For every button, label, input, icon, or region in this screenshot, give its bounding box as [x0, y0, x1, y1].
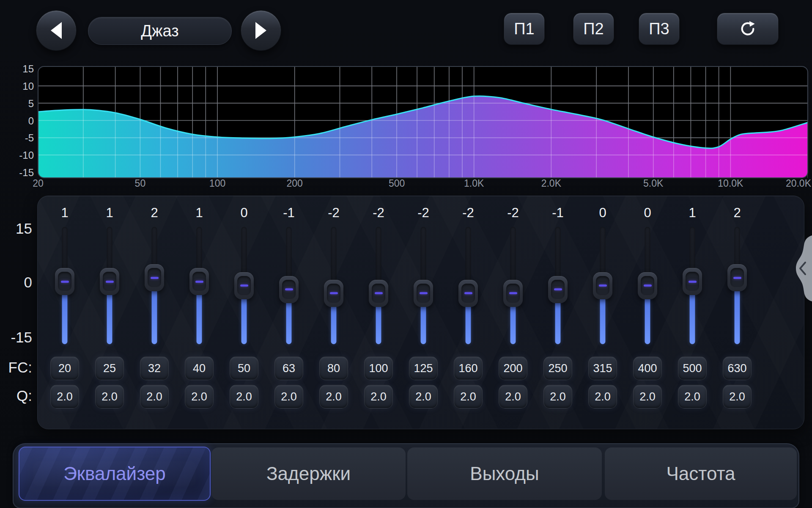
preset-prev-button[interactable] [36, 10, 77, 51]
slider-handle[interactable] [503, 280, 523, 307]
band-q-value[interactable]: 2.0 [50, 385, 79, 409]
reset-button[interactable] [717, 13, 779, 45]
band-q-value[interactable]: 2.0 [95, 385, 124, 409]
eq-band: -1 250 2.0 [535, 196, 580, 429]
slider-handle[interactable] [638, 272, 657, 299]
gain-scale-max-label: 15 [1, 221, 32, 237]
slider-handle-mark [554, 288, 562, 290]
band-fc-value[interactable]: 25 [95, 356, 124, 380]
preset-next-button[interactable] [241, 10, 281, 51]
eq-band: 1 20 2.0 [42, 196, 87, 429]
band-q-value[interactable]: 2.0 [633, 385, 662, 409]
band-fc-value[interactable]: 160 [454, 356, 483, 380]
svg-text:50: 50 [135, 178, 146, 189]
slider-handle[interactable] [100, 268, 119, 295]
slider-handle[interactable] [55, 268, 74, 295]
slider-handle[interactable] [234, 272, 254, 299]
svg-text:-10: -10 [19, 149, 34, 161]
svg-text:500: 500 [389, 178, 405, 189]
tab-frequency[interactable]: Частота [605, 447, 797, 500]
band-q-value[interactable]: 2.0 [140, 385, 169, 409]
band-q-value[interactable]: 2.0 [409, 385, 438, 409]
slider-handle-mark [285, 288, 293, 290]
band-fc-value[interactable]: 100 [364, 356, 393, 380]
svg-text:200: 200 [286, 178, 302, 189]
triangle-right-icon [255, 21, 267, 40]
eq-band: -1 63 2.0 [266, 196, 311, 429]
fc-row-label: FC: [1, 359, 32, 375]
band-fc-value[interactable]: 32 [140, 356, 169, 380]
preset-name: Джаз [141, 22, 178, 40]
tab-outputs[interactable]: Выходы [407, 447, 602, 500]
tab-equalizer[interactable]: Эквалайзер [19, 447, 211, 501]
band-q-value[interactable]: 2.0 [543, 385, 572, 409]
band-fc-value[interactable]: 50 [230, 356, 258, 380]
band-q-value[interactable]: 2.0 [319, 385, 348, 409]
slider-fill [555, 301, 561, 344]
eq-band: -2 125 2.0 [401, 196, 446, 429]
eq-band: 1 500 2.0 [670, 196, 715, 429]
slider-handle-inner [551, 280, 565, 299]
slider-handle[interactable] [727, 264, 747, 291]
preset-selector[interactable]: Джаз [88, 17, 232, 45]
slider-handle[interactable] [145, 264, 164, 291]
slider-handle[interactable] [458, 280, 478, 307]
band-q-value[interactable]: 2.0 [454, 385, 483, 409]
slider-handle[interactable] [279, 276, 299, 303]
slider-fill [510, 304, 516, 344]
band-q-value[interactable]: 2.0 [588, 385, 617, 409]
preset-memory-2-button[interactable]: П2 [573, 13, 614, 45]
gain-scale-min-label: -15 [1, 329, 32, 345]
slider-handle-mark [151, 277, 159, 279]
band-fc-value[interactable]: 80 [319, 356, 348, 380]
band-q-value[interactable]: 2.0 [499, 385, 527, 409]
preset-memory-1-button[interactable]: П1 [504, 13, 545, 45]
band-fc-value[interactable]: 40 [185, 356, 214, 380]
slider-handle[interactable] [548, 276, 568, 303]
band-q-value[interactable]: 2.0 [274, 385, 303, 409]
svg-text:1.0K: 1.0K [464, 178, 484, 189]
slider-handle-mark [464, 292, 472, 294]
slider-handle-inner [596, 276, 609, 295]
band-fc-value[interactable]: 315 [588, 356, 617, 380]
slider-handle-mark [644, 284, 652, 287]
band-fc-value[interactable]: 630 [723, 356, 752, 380]
band-fc-value[interactable]: 250 [543, 356, 572, 380]
slider-handle-inner [327, 284, 340, 303]
slider-fill [107, 293, 112, 344]
slider-handle[interactable] [189, 268, 209, 295]
slider-handle-mark [61, 281, 69, 283]
band-q-value[interactable]: 2.0 [723, 385, 752, 409]
slider-fill [197, 293, 202, 344]
slider-handle[interactable] [369, 280, 388, 307]
slider-handle[interactable] [683, 268, 702, 295]
band-fc-value[interactable]: 500 [678, 356, 707, 380]
eq-band: 1 25 2.0 [87, 196, 132, 429]
preset-memory-3-button[interactable]: П3 [639, 13, 680, 45]
band-fc-value[interactable]: 63 [274, 356, 303, 380]
svg-text:15: 15 [22, 63, 34, 75]
band-fc-value[interactable]: 125 [409, 356, 438, 380]
band-fc-value[interactable]: 400 [633, 356, 662, 380]
slider-handle-mark [420, 292, 428, 294]
band-q-value[interactable]: 2.0 [230, 385, 258, 409]
handle-shape [796, 235, 812, 301]
svg-text:5.0K: 5.0K [643, 178, 664, 189]
gain-scale-zero-label: 0 [1, 274, 32, 290]
band-fc-value[interactable]: 20 [50, 356, 79, 380]
slider-handle-inner [641, 276, 654, 295]
tab-delays[interactable]: Задержки [211, 447, 406, 500]
side-panel-handle[interactable] [787, 235, 812, 301]
slider-handle-inner [237, 276, 251, 295]
slider-handle[interactable] [593, 272, 612, 299]
eq-band: 0 315 2.0 [580, 196, 625, 429]
svg-text:5: 5 [28, 98, 34, 109]
band-fc-value[interactable]: 200 [499, 356, 527, 380]
slider-fill [286, 301, 292, 344]
refresh-icon [739, 20, 756, 37]
band-q-value[interactable]: 2.0 [185, 385, 214, 409]
band-q-value[interactable]: 2.0 [678, 385, 707, 409]
slider-handle[interactable] [414, 280, 433, 307]
slider-handle[interactable] [324, 280, 343, 307]
band-q-value[interactable]: 2.0 [364, 385, 393, 409]
